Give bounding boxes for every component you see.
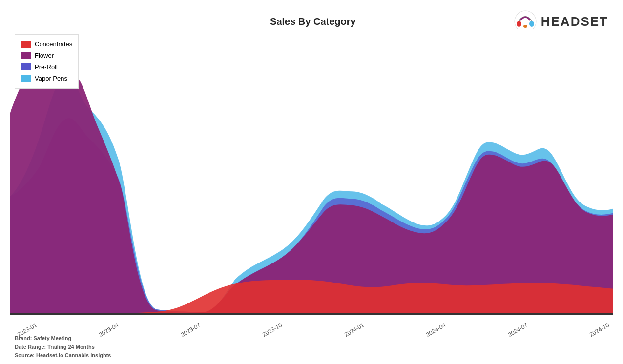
legend-color-concentrates (21, 41, 31, 48)
legend-item-flower: Flower (21, 50, 72, 61)
x-axis: 2023-01 2023-04 2023-07 2023-10 2024-01 … (10, 325, 613, 334)
legend-color-preroll (21, 63, 31, 70)
brand-label: Brand: (15, 335, 32, 341)
legend-color-flower (21, 52, 31, 59)
source-value: Headset.io Cannabis Insights (36, 352, 111, 358)
chart-area (10, 29, 613, 315)
chart-footer: Brand: Safety Meeting Date Range: Traili… (15, 334, 111, 360)
brand-value: Safety Meeting (34, 335, 72, 341)
chart-title: Sales By Category (112, 16, 514, 27)
legend-item-vaporpens: Vapor Pens (21, 73, 72, 84)
x-label-4: 2023-10 (261, 322, 283, 338)
svg-point-3 (523, 25, 527, 28)
x-label-5: 2024-01 (343, 322, 365, 338)
legend-label-flower: Flower (35, 50, 54, 61)
chart-container: Sales By Category HEADSET Concentrat (0, 0, 623, 364)
x-label-6: 2024-04 (425, 322, 447, 338)
date-range-label: Date Range: (15, 344, 46, 350)
footer-date-range: Date Range: Trailing 24 Months (15, 343, 111, 352)
flower-area (10, 53, 613, 314)
chart-legend: Concentrates Flower Pre-Roll Vapor Pens (15, 34, 79, 89)
legend-item-concentrates: Concentrates (21, 39, 72, 50)
footer-source: Source: Headset.io Cannabis Insights (15, 351, 111, 360)
x-label-7: 2024-07 (506, 322, 528, 338)
x-label-3: 2023-07 (180, 322, 202, 338)
svg-point-2 (529, 21, 534, 27)
legend-item-preroll: Pre-Roll (21, 61, 72, 73)
x-label-8: 2024-10 (588, 322, 610, 338)
legend-label-vaporpens: Vapor Pens (35, 73, 67, 84)
date-range-value: Trailing 24 Months (47, 344, 95, 350)
svg-point-1 (517, 21, 521, 27)
chart-svg (10, 29, 613, 314)
logo-text: HEADSET (541, 14, 608, 29)
legend-label-preroll: Pre-Roll (35, 61, 58, 73)
source-label: Source: (15, 352, 35, 358)
footer-brand: Brand: Safety Meeting (15, 334, 111, 343)
legend-label-concentrates: Concentrates (35, 39, 72, 50)
legend-color-vaporpens (21, 75, 31, 82)
